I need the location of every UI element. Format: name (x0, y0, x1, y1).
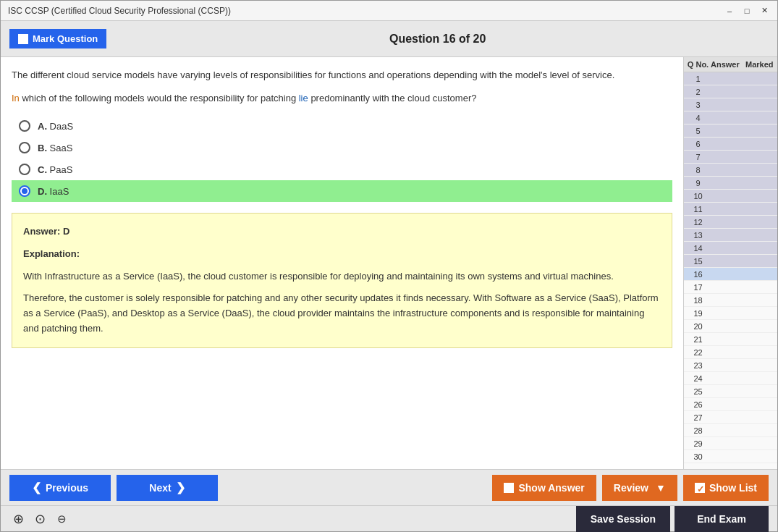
option-b[interactable]: B. SaaS (12, 137, 672, 159)
sidebar-row[interactable]: 16 (684, 268, 777, 281)
sidebar-row[interactable]: 9 (684, 177, 777, 190)
sidebar-row[interactable]: 14 (684, 242, 777, 255)
sidebar-cell-marked (736, 100, 776, 109)
option-b-label: B. SaaS (38, 143, 72, 153)
zoom-bar: ⊕ ⊙ ⊖ Save Session End Exam (1, 505, 777, 531)
answer-line: Answer: D (23, 224, 661, 240)
sidebar-cell-answer (711, 321, 736, 331)
sidebar-row[interactable]: 13 (684, 229, 777, 242)
radio-c[interactable] (19, 164, 30, 175)
option-a-label: A. DaaS (38, 121, 73, 132)
minimize-button[interactable]: – (724, 5, 735, 17)
option-a[interactable]: A. DaaS (12, 115, 672, 137)
show-answer-button[interactable]: Show Answer (492, 475, 596, 501)
sidebar-row[interactable]: 22 (684, 346, 777, 359)
radio-d[interactable] (19, 185, 30, 197)
sidebar-rows: 1 2 3 4 5 6 7 8 (684, 72, 777, 463)
sidebar-cell-num: 22 (685, 347, 711, 357)
sidebar-row[interactable]: 28 (684, 424, 777, 437)
zoom-in-button[interactable]: ⊕ (9, 510, 27, 528)
sidebar-cell-marked (736, 152, 776, 161)
sidebar-cell-marked (736, 295, 776, 305)
sidebar-cell-num: 24 (685, 373, 711, 383)
sidebar-cell-marked (736, 74, 776, 83)
sidebar-row[interactable]: 5 (684, 124, 777, 138)
sidebar-cell-marked (736, 308, 776, 318)
maximize-button[interactable]: □ (741, 5, 753, 17)
sidebar-cell-marked (736, 334, 776, 344)
sidebar-cell-answer (711, 139, 736, 148)
review-button[interactable]: Review ▼ (602, 475, 677, 501)
question-context: The different cloud service models have … (12, 68, 672, 83)
show-answer-label: Show Answer (518, 482, 584, 494)
show-list-button[interactable]: ✓ Show List (683, 475, 769, 501)
sidebar-row[interactable]: 20 (684, 320, 777, 333)
sidebar: Q No. Answer Marked 1 2 3 4 5 (683, 57, 777, 469)
sidebar-row[interactable]: 30 (684, 450, 777, 463)
option-c[interactable]: C. PaaS (12, 159, 672, 180)
sidebar-row[interactable]: 15 (684, 255, 777, 268)
sidebar-row[interactable]: 11 (684, 203, 777, 216)
sidebar-row[interactable]: 10 (684, 190, 777, 203)
previous-button[interactable]: ❮ Previous (9, 475, 111, 501)
sidebar-row[interactable]: 25 (684, 385, 777, 398)
option-d-label: D. IaaS (38, 186, 69, 197)
sidebar-row[interactable]: 4 (684, 111, 777, 124)
sidebar-row[interactable]: 3 (684, 98, 777, 111)
sidebar-row[interactable]: 23 (684, 359, 777, 372)
option-d[interactable]: D. IaaS (12, 180, 672, 202)
sidebar-cell-num: 25 (685, 387, 711, 396)
next-button[interactable]: Next ❯ (117, 475, 218, 501)
sidebar-cell-answer (711, 165, 736, 174)
sidebar-cell-marked (736, 178, 776, 187)
previous-label: Previous (46, 482, 88, 494)
sidebar-row[interactable]: 7 (684, 151, 777, 164)
radio-b[interactable] (19, 142, 30, 153)
explanation-para2: Therefore, the customer is solely respon… (23, 291, 661, 336)
sidebar-row[interactable]: 1 (684, 72, 777, 85)
question-title: Question 16 of 20 (106, 33, 769, 46)
mark-question-button[interactable]: Mark Question (9, 29, 106, 48)
sidebar-cell-num: 15 (685, 256, 711, 266)
sidebar-cell-answer (711, 426, 736, 435)
sidebar-row[interactable]: 8 (684, 164, 777, 177)
zoom-reset-button[interactable]: ⊙ (31, 510, 48, 528)
sidebar-row[interactable]: 21 (684, 333, 777, 346)
toolbar: Mark Question Question 16 of 20 (1, 21, 777, 57)
sidebar-cell-answer (711, 373, 736, 383)
save-session-button[interactable]: Save Session (576, 506, 670, 532)
zoom-out-button[interactable]: ⊖ (53, 510, 70, 528)
sidebar-row[interactable]: 18 (684, 294, 777, 307)
sidebar-cell-answer (711, 152, 736, 161)
sidebar-cell-num: 2 (685, 87, 711, 96)
title-bar: ISC CCSP (Certified Cloud Security Profe… (1, 1, 777, 21)
sidebar-cell-marked (736, 243, 776, 253)
sidebar-cell-answer (711, 100, 736, 109)
sidebar-row[interactable]: 17 (684, 281, 777, 294)
sidebar-row[interactable]: 27 (684, 411, 777, 424)
sidebar-cell-marked (736, 165, 776, 174)
question-area: The different cloud service models have … (1, 57, 683, 469)
sidebar-cell-num: 6 (685, 139, 711, 148)
option-c-label: C. PaaS (38, 164, 72, 175)
sidebar-row[interactable]: 26 (684, 398, 777, 411)
show-list-checkbox-icon: ✓ (695, 483, 705, 493)
end-exam-button[interactable]: End Exam (675, 506, 769, 532)
sidebar-row[interactable]: 29 (684, 437, 777, 450)
sidebar-cell-marked (736, 139, 776, 148)
sidebar-cell-answer (711, 230, 736, 240)
sidebar-row[interactable]: 6 (684, 138, 777, 151)
sidebar-cell-answer (711, 360, 736, 370)
sidebar-cell-answer (711, 295, 736, 305)
sidebar-row[interactable]: 19 (684, 307, 777, 320)
sidebar-row[interactable]: 2 (684, 85, 777, 98)
sidebar-row[interactable]: 24 (684, 372, 777, 385)
sidebar-cell-marked (736, 256, 776, 266)
sidebar-cell-marked (736, 126, 776, 135)
sidebar-row[interactable]: 12 (684, 216, 777, 229)
sidebar-cell-num: 30 (685, 452, 711, 461)
sidebar-cell-num: 9 (685, 178, 711, 187)
close-button[interactable]: ✕ (758, 5, 770, 17)
radio-a[interactable] (19, 120, 30, 132)
stem-highlight-lie: lie (299, 93, 308, 104)
